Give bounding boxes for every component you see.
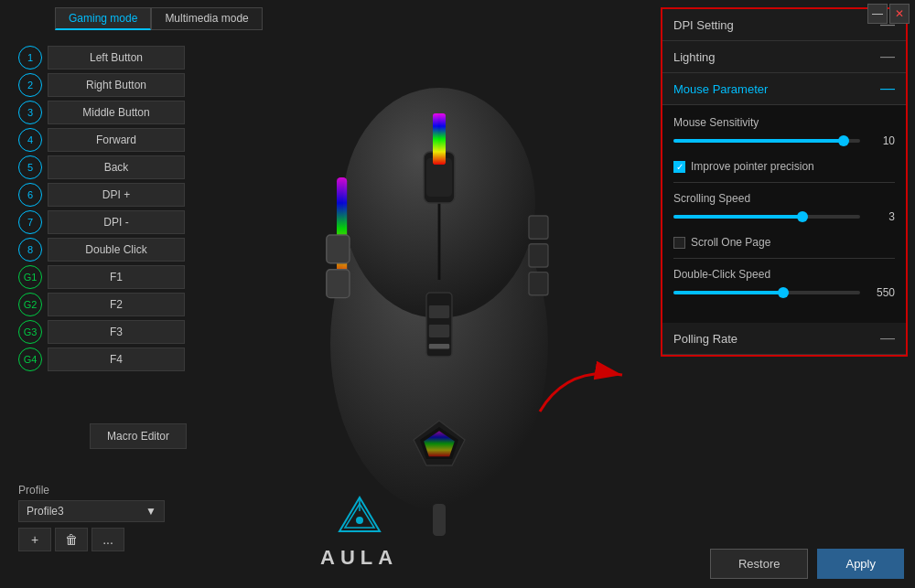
button-number: G4 [18,347,42,371]
sensitivity-fill [673,139,845,143]
button-label[interactable]: F1 [48,265,185,289]
button-label[interactable]: F3 [48,320,185,344]
mouse-image [256,37,622,549]
improve-pointer-label: Improve pointer precision [691,160,814,173]
dpi-setting-label: DPI Setting [673,18,734,32]
button-label[interactable]: Left Button [48,46,185,69]
button-row: G2F2 [18,293,185,316]
button-label[interactable]: F4 [48,347,185,371]
profile-value: Profile3 [27,505,64,518]
polling-rate-collapse-icon: — [880,330,895,347]
button-label[interactable]: Back [48,155,185,179]
close-button[interactable]: ✕ [889,4,910,24]
aula-logo-icon [332,493,387,539]
svg-rect-11 [529,273,548,295]
scroll-one-page-label: Scroll One Page [691,236,770,249]
button-row: 6DPI + [18,183,185,207]
sensitivity-track[interactable] [673,139,860,143]
profile-select-row: Profile3 ▼ [18,500,165,522]
macro-editor-button[interactable]: Macro Editor [90,423,187,449]
dclick-speed-value: 550 [867,286,895,299]
aula-text: AULA [320,546,398,569]
sensitivity-label: Mouse Sensitivity [673,116,895,129]
button-row: 1Left Button [18,46,185,69]
polling-rate-header[interactable]: Polling Rate — [662,323,906,355]
profile-actions: + 🗑 ... [18,528,165,551]
button-list: 1Left Button2Right Button3Middle Button4… [18,46,185,371]
improve-pointer-checkbox[interactable]: ✓ [673,161,685,173]
divider-1 [673,182,895,183]
scroll-speed-slider-container: Scrolling Speed 3 [673,192,895,223]
button-label[interactable]: Right Button [48,73,185,97]
improve-pointer-row: ✓ Improve pointer precision [673,160,895,173]
svg-rect-14 [429,325,449,337]
button-number: 5 [18,155,42,179]
apply-button[interactable]: Apply [817,549,904,579]
sensitivity-slider-container: Mouse Sensitivity 10 [673,116,895,147]
scroll-speed-value: 3 [867,210,895,223]
lighting-label: Lighting [673,50,716,64]
svg-point-23 [356,517,363,524]
profile-delete-button[interactable]: 🗑 [55,528,88,551]
svg-rect-9 [529,216,548,239]
lighting-header[interactable]: Lighting — [662,41,906,73]
button-number: 7 [18,210,42,234]
button-row: 3Middle Button [18,101,185,124]
scroll-one-page-checkbox[interactable] [673,237,685,249]
svg-rect-13 [429,305,449,318]
button-number: 2 [18,73,42,97]
checkmark-icon: ✓ [676,162,684,172]
button-number: 8 [18,238,42,262]
mouse-parameter-body: Mouse Sensitivity 10 ✓ Improve pointer p… [662,105,906,323]
sensitivity-thumb[interactable] [838,135,849,146]
lighting-collapse-icon: — [880,48,895,65]
right-panel: DPI Setting — Lighting — Mouse Parameter… [661,7,908,357]
button-label[interactable]: F2 [48,293,185,316]
button-row: 4Forward [18,128,185,152]
dclick-speed-slider-row: 550 [673,286,895,299]
button-number: 1 [18,46,42,69]
button-row: 8Double Click [18,238,185,262]
scroll-speed-track[interactable] [673,215,860,219]
polling-rate-label: Polling Rate [673,332,737,346]
dclick-speed-fill [673,291,785,294]
button-number: G2 [18,293,42,316]
svg-rect-15 [429,344,449,349]
button-label[interactable]: DPI + [48,183,185,207]
profile-dropdown[interactable]: Profile3 ▼ [18,500,165,522]
button-label[interactable]: Middle Button [48,101,185,124]
arrow-indicator [531,347,640,429]
dclick-speed-thumb[interactable] [778,287,789,298]
dclick-speed-track[interactable] [673,291,860,294]
minimize-button[interactable]: — [867,4,888,24]
dclick-speed-slider-container: Double-Click Speed 550 [673,268,895,299]
button-number: 4 [18,128,42,152]
svg-rect-8 [327,270,350,298]
button-label[interactable]: DPI - [48,210,185,234]
chevron-down-icon: ▼ [145,505,156,518]
button-row: 2Right Button [18,73,185,97]
mode-tabs: Gaming mode Multimedia mode [55,7,263,30]
button-row: G1F1 [18,265,185,289]
scroll-speed-label: Scrolling Speed [673,192,895,205]
bottom-bar: Restore Apply [710,549,904,579]
mouse-parameter-header[interactable]: Mouse Parameter — [662,73,906,105]
scroll-speed-thumb[interactable] [797,211,808,222]
restore-button[interactable]: Restore [710,549,809,579]
sensitivity-slider-row: 10 [673,134,895,147]
svg-rect-10 [529,244,548,267]
svg-rect-6 [433,113,446,165]
button-label[interactable]: Forward [48,128,185,152]
aula-brand: AULA [320,493,398,570]
button-number: 6 [18,183,42,207]
scroll-speed-fill [673,215,804,219]
tab-gaming[interactable]: Gaming mode [55,7,151,30]
divider-2 [673,258,895,259]
tab-multimedia[interactable]: Multimedia mode [151,7,262,30]
profile-more-button[interactable]: ... [92,528,124,551]
profile-add-button[interactable]: + [18,528,51,551]
button-row: G4F4 [18,347,185,371]
svg-rect-7 [327,235,350,263]
button-row: G3F3 [18,320,185,344]
button-label[interactable]: Double Click [48,238,185,262]
